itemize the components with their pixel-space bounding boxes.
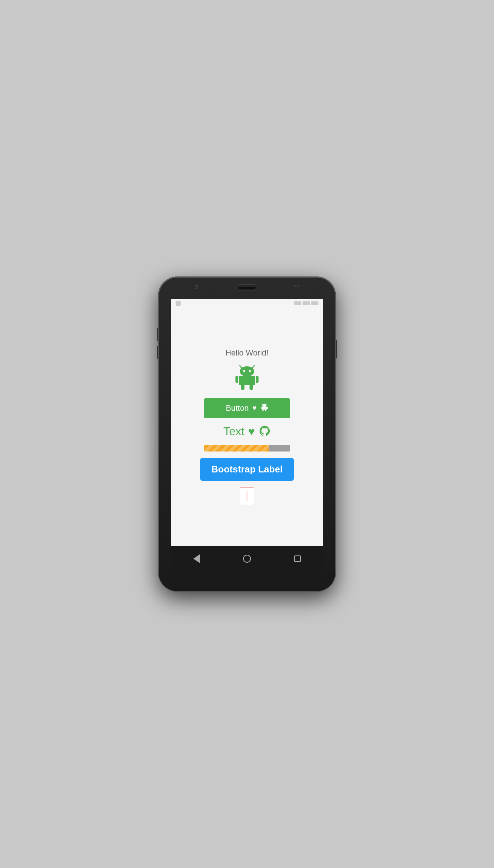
phone-top-bar <box>159 277 335 299</box>
status-bar <box>171 299 323 307</box>
svg-rect-8 <box>241 385 244 390</box>
signal-icon <box>294 301 301 305</box>
bootstrap-label-button[interactable]: Bootstrap Label <box>200 458 294 481</box>
volume-up-button[interactable] <box>157 328 158 341</box>
svg-point-13 <box>263 405 264 406</box>
heart-icon: ♥ <box>252 404 257 412</box>
sensor-dots <box>294 285 299 287</box>
svg-rect-16 <box>261 406 261 409</box>
text-cursor <box>247 491 247 501</box>
progress-filled <box>204 445 269 452</box>
svg-point-2 <box>240 366 254 376</box>
hello-world-text: Hello World! <box>225 348 268 358</box>
status-left-icon <box>176 301 181 306</box>
back-button[interactable] <box>189 551 204 566</box>
main-button[interactable]: Button ♥ <box>204 398 290 418</box>
android-robot-icon <box>234 364 260 392</box>
battery-icon <box>311 301 318 305</box>
speaker-grille <box>238 286 256 289</box>
bottom-navigation <box>171 546 323 571</box>
progress-bar <box>204 445 290 452</box>
text-label: Text <box>223 425 244 438</box>
svg-rect-15 <box>262 406 267 409</box>
back-icon <box>193 554 200 563</box>
phone-chin <box>159 571 335 591</box>
svg-point-4 <box>249 370 251 372</box>
svg-point-3 <box>243 370 245 372</box>
status-right-icons <box>294 301 318 305</box>
recents-button[interactable] <box>290 551 305 566</box>
earpiece-speaker <box>236 284 258 291</box>
svg-point-12 <box>262 404 266 407</box>
github-icon <box>259 425 271 439</box>
phone-screen: Hello World! <box>171 299 323 546</box>
recents-icon <box>294 555 301 562</box>
phone-device: Hello World! <box>159 277 335 591</box>
volume-down-button[interactable] <box>157 346 158 359</box>
svg-point-14 <box>265 405 265 406</box>
front-camera <box>195 285 198 289</box>
svg-rect-9 <box>250 385 253 390</box>
text-row: Text ♥ <box>223 425 271 439</box>
button-label: Button <box>226 404 249 413</box>
power-button[interactable] <box>336 340 337 358</box>
text-input-field[interactable] <box>240 487 254 505</box>
svg-rect-17 <box>267 406 268 409</box>
svg-rect-18 <box>263 409 264 411</box>
sensor-dot-1 <box>294 285 296 287</box>
home-icon <box>243 555 251 563</box>
sensor-dot-2 <box>297 285 299 287</box>
svg-rect-6 <box>235 376 238 383</box>
svg-rect-5 <box>239 376 255 385</box>
android-icon-small <box>260 403 268 413</box>
svg-rect-19 <box>265 409 266 411</box>
wifi-icon <box>303 301 310 305</box>
heart-icon-green: ♥ <box>248 425 255 438</box>
home-button[interactable] <box>240 551 254 566</box>
svg-rect-7 <box>256 376 259 383</box>
app-content: Hello World! <box>171 307 323 546</box>
progress-empty <box>269 445 290 452</box>
